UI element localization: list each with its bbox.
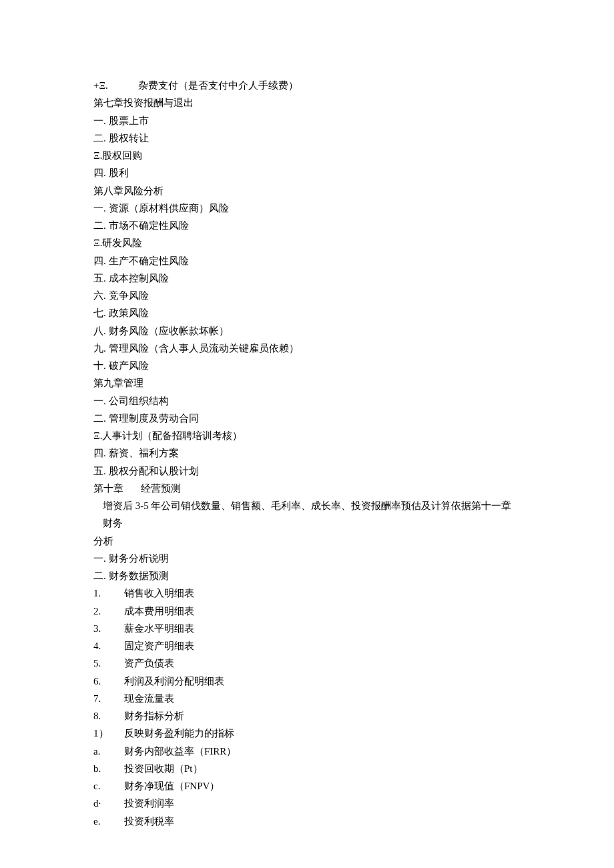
text-content: 现金流量表 bbox=[124, 693, 174, 704]
list-marker: 6. bbox=[93, 673, 124, 690]
list-marker: 3. bbox=[93, 620, 124, 637]
list-item: e.投资利税率 bbox=[93, 813, 521, 830]
text-content: 杂费支付（是否支付中介人手续费） bbox=[138, 80, 298, 91]
text-content: 资产负债表 bbox=[124, 658, 174, 669]
list-item: 5.资产负债表 bbox=[93, 655, 521, 672]
text-line: 二. 市场不确定性风险 bbox=[93, 217, 521, 234]
text-line: 八. 财务风险（应收帐款坏帐） bbox=[93, 322, 521, 340]
chapter-heading: 第十章 经营预测 bbox=[93, 480, 521, 497]
text-line: 二. 财务数据预测 bbox=[93, 567, 521, 584]
list-item: c.财务净现值（FNPV） bbox=[93, 777, 521, 795]
text-line: 七. 政策风险 bbox=[93, 304, 521, 322]
list-marker: e. bbox=[93, 813, 124, 830]
text-line: Ξ.研发风险 bbox=[93, 234, 521, 252]
text-line: 四. 生产不确定性风险 bbox=[93, 252, 521, 270]
text-line: Ξ.人事计划（配备招聘培训考核） bbox=[93, 427, 521, 444]
list-marker: 5. bbox=[93, 655, 124, 672]
list-item: 7.现金流量表 bbox=[93, 690, 521, 707]
list-marker: 7. bbox=[93, 690, 124, 707]
text-line: 一. 股票上市 bbox=[93, 112, 521, 129]
text-content: 成本费用明细表 bbox=[124, 606, 194, 616]
text-line: 六. 竞争风险 bbox=[93, 287, 521, 304]
text-line: +Ξ. 杂费支付（是否支付中介人手续费） bbox=[93, 77, 521, 94]
list-item: 8.财务指标分析 bbox=[93, 707, 521, 725]
text-content: 投资利润率 bbox=[124, 798, 174, 809]
text-line: 五. 成本控制风险 bbox=[93, 270, 521, 287]
text-line: 增资后 3-5 年公司销伐数量、销售额、毛利率、成长率、投资报酬率预估及计算依据… bbox=[93, 497, 521, 532]
text-content: 财务净现值（FNPV） bbox=[124, 781, 220, 791]
list-marker: c. bbox=[93, 777, 124, 795]
list-item: 1）反映财务盈利能力的指标 bbox=[93, 725, 521, 742]
chapter-heading: 第七章投资报酬与退出 bbox=[93, 94, 521, 111]
text-content: 销售收入明细表 bbox=[124, 588, 194, 598]
text-line: Ξ.股权回购 bbox=[93, 147, 521, 164]
text-line: 十. 破产风险 bbox=[93, 357, 521, 374]
list-item: 4.固定资产明细表 bbox=[93, 637, 521, 655]
text-line: 五. 股权分配和认股计划 bbox=[93, 462, 521, 480]
text-line: 四. 股利 bbox=[93, 164, 521, 181]
list-item: 1.销售收入明细表 bbox=[93, 584, 521, 602]
list-marker: 2. bbox=[93, 602, 124, 620]
text-content: 投资回收期（Pt） bbox=[124, 763, 203, 774]
text-line: 二. 股权转让 bbox=[93, 129, 521, 147]
list-item: 6.利润及利润分配明细表 bbox=[93, 673, 521, 690]
text-content: 薪金水平明细表 bbox=[124, 623, 194, 634]
list-marker: 4. bbox=[93, 637, 124, 655]
text-content: 反映财务盈利能力的指标 bbox=[124, 728, 234, 739]
list-item: b.投资回收期（Pt） bbox=[93, 760, 521, 777]
text-line: 一. 资源（原材料供应商）风险 bbox=[93, 199, 521, 217]
chapter-heading: 第八章风险分析 bbox=[93, 182, 521, 199]
text-line: 分析 bbox=[93, 532, 521, 550]
list-marker: a. bbox=[93, 743, 124, 760]
list-item: d·投资利润率 bbox=[93, 795, 521, 812]
text-content: 利润及利润分配明细表 bbox=[124, 676, 224, 687]
list-item: 3.薪金水平明细表 bbox=[93, 620, 521, 637]
text-line: 一. 公司组织结构 bbox=[93, 392, 521, 410]
text-line: 一. 财务分析说明 bbox=[93, 550, 521, 567]
text-line: 九. 管理风险（含人事人员流动关键雇员依赖） bbox=[93, 340, 521, 357]
text-content: 财务内部收益率（FIRR） bbox=[124, 746, 236, 757]
list-item: 2.成本费用明细表 bbox=[93, 602, 521, 620]
list-marker: 1） bbox=[93, 725, 124, 742]
text-content: 固定资产明细表 bbox=[124, 640, 194, 651]
list-marker: d· bbox=[93, 795, 124, 812]
text-content: 投资利税率 bbox=[124, 816, 174, 827]
text-line: 二. 管理制度及劳动合同 bbox=[93, 410, 521, 427]
list-marker: +Ξ. bbox=[93, 80, 138, 91]
chapter-heading: 第九章管理 bbox=[93, 374, 521, 392]
text-content: 财务指标分析 bbox=[124, 711, 184, 721]
text-line: 四. 薪资、福利方案 bbox=[93, 444, 521, 462]
list-marker: b. bbox=[93, 760, 124, 777]
list-marker: 8. bbox=[93, 707, 124, 725]
list-item: a.财务内部收益率（FIRR） bbox=[93, 743, 521, 760]
list-marker: 1. bbox=[93, 584, 124, 602]
